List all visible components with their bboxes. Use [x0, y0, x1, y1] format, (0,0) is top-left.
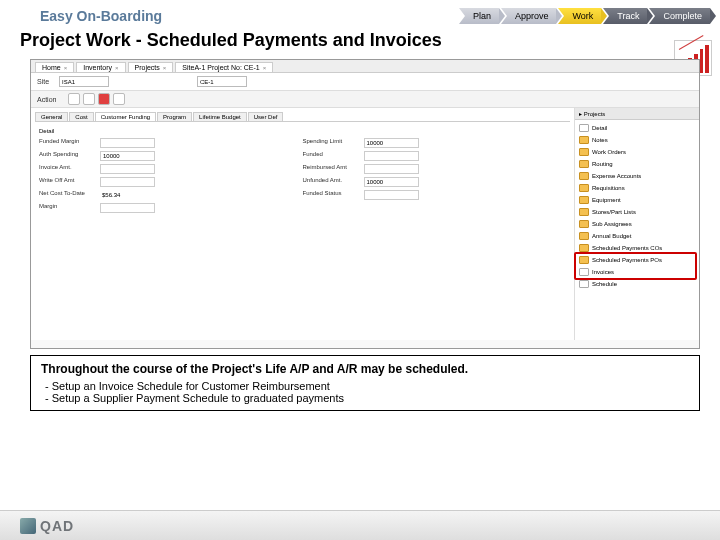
- nav-equipment[interactable]: Equipment: [575, 194, 699, 206]
- fld-margin[interactable]: [100, 203, 155, 213]
- lbl-writeoff: Write Off Amt: [39, 177, 94, 187]
- fld-auth-spending[interactable]: 10000: [100, 151, 155, 161]
- top-tab-bar: Home× Inventory× Projects× SiteA-1 Proje…: [31, 60, 699, 73]
- brand-title: Easy On-Boarding: [40, 8, 290, 24]
- lbl-netcost: Net Cost To-Date: [39, 190, 94, 200]
- nav-detail[interactable]: Detail: [575, 122, 699, 134]
- caption-line-2: - Setup a Supplier Payment Schedule to g…: [45, 392, 689, 404]
- nav-sched-co[interactable]: Scheduled Payments COs: [575, 242, 699, 254]
- fld-invoice-amt[interactable]: [100, 164, 155, 174]
- tab-home[interactable]: Home×: [35, 62, 74, 72]
- toolbar-button-1[interactable]: [83, 93, 95, 105]
- caption-box: Throughout the course of the Project's L…: [30, 355, 700, 411]
- site-field[interactable]: ISA1: [59, 76, 109, 87]
- step-plan: Plan: [459, 8, 499, 24]
- footer-bar: QAD: [0, 510, 720, 540]
- action-label: Action: [37, 96, 65, 103]
- lbl-unfunded: Unfunded Amt.: [303, 177, 358, 187]
- nav-annual[interactable]: Annual Budget: [575, 230, 699, 242]
- nav-routing[interactable]: Routing: [575, 158, 699, 170]
- app-screenshot: Home× Inventory× Projects× SiteA-1 Proje…: [30, 59, 700, 349]
- nav-sched-po[interactable]: Scheduled Payments POs: [575, 254, 699, 266]
- tab-inventory[interactable]: Inventory×: [76, 62, 125, 72]
- lbl-margin: Margin: [39, 203, 94, 213]
- toolbar-button-3[interactable]: [113, 93, 125, 105]
- caption-heading: Throughout the course of the Project's L…: [41, 362, 689, 376]
- itab-funding[interactable]: Customer Funding: [95, 112, 156, 121]
- lbl-funded-margin: Funded Margin: [39, 138, 94, 148]
- nav-stores[interactable]: Stores/Part Lists: [575, 206, 699, 218]
- nav-workorders[interactable]: Work Orders: [575, 146, 699, 158]
- step-complete: Complete: [649, 8, 710, 24]
- tab-project-detail[interactable]: SiteA-1 Project No: CE-1×: [175, 62, 273, 72]
- tab-projects[interactable]: Projects×: [128, 62, 174, 72]
- lbl-funded: Funded: [303, 151, 358, 161]
- action-dropdown[interactable]: [68, 93, 80, 105]
- itab-budget[interactable]: Lifetime Budget: [193, 112, 247, 121]
- fld-funded-margin[interactable]: [100, 138, 155, 148]
- itab-program[interactable]: Program: [157, 112, 192, 121]
- lbl-spending-limit: Spending Limit: [303, 138, 358, 148]
- qad-logo: QAD: [20, 518, 74, 534]
- fld-writeoff[interactable]: [100, 177, 155, 187]
- qad-mark-icon: [20, 518, 36, 534]
- fld-reimbursed[interactable]: [364, 164, 419, 174]
- nav-expense[interactable]: Expense Accounts: [575, 170, 699, 182]
- itab-general[interactable]: General: [35, 112, 68, 121]
- caption-line-1: - Setup an Invoice Schedule for Customer…: [45, 380, 689, 392]
- toolbar-button-2[interactable]: [98, 93, 110, 105]
- nav-schedule[interactable]: Schedule: [575, 278, 699, 290]
- fld-netcost: $56.34: [100, 190, 155, 200]
- qad-text: QAD: [40, 518, 74, 534]
- step-approve: Approve: [501, 8, 557, 24]
- fld-funded-status[interactable]: [364, 190, 419, 200]
- nav-notes[interactable]: Notes: [575, 134, 699, 146]
- nav-requisitions[interactable]: Requisitions: [575, 182, 699, 194]
- fld-funded[interactable]: [364, 151, 419, 161]
- step-work: Work: [558, 8, 601, 24]
- lbl-funded-status: Funded Status: [303, 190, 358, 200]
- nav-invoices[interactable]: Invoices: [575, 266, 699, 278]
- itab-cost[interactable]: Cost: [69, 112, 93, 121]
- inner-tab-bar: General Cost Customer Funding Program Li…: [35, 112, 570, 122]
- detail-heading: Detail: [39, 128, 566, 134]
- project-no-field[interactable]: CE-1: [197, 76, 247, 87]
- itab-userdef[interactable]: User Def: [248, 112, 284, 121]
- lbl-reimbursed: Reimbursed Amt: [303, 164, 358, 174]
- fld-spending-limit[interactable]: 10000: [364, 138, 419, 148]
- lbl-auth-spending: Auth Spending: [39, 151, 94, 161]
- step-track: Track: [603, 8, 647, 24]
- nav-header[interactable]: ▸ Projects: [575, 108, 699, 120]
- nav-panel: ▸ Projects Detail Notes Work Orders Rout…: [574, 108, 699, 340]
- page-title: Project Work - Scheduled Payments and In…: [0, 28, 720, 59]
- fld-unfunded[interactable]: 10000: [364, 177, 419, 187]
- site-label: Site: [37, 78, 55, 85]
- nav-sub[interactable]: Sub Assignees: [575, 218, 699, 230]
- workflow-steps: Plan Approve Work Track Complete: [459, 8, 710, 24]
- lbl-invoice-amt: Invoice Amt.: [39, 164, 94, 174]
